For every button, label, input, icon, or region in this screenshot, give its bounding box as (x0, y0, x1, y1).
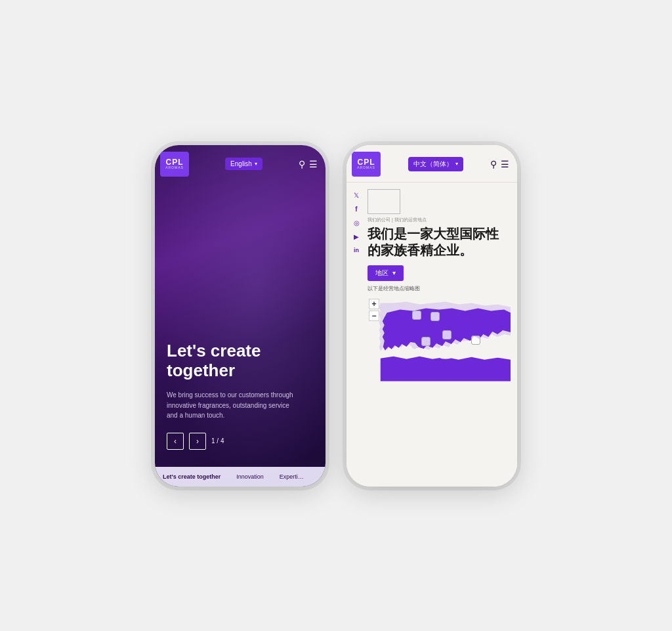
slide-count: 1 / 4 (211, 437, 224, 445)
region-dropdown[interactable]: 地区 ▾ (368, 265, 404, 281)
svg-point-4 (480, 339, 495, 348)
phone2-main-content: 我们的公司 | 我们的运营地点 我们是一家大型国际性的家族香精企业。 地区 ▾ … (366, 183, 517, 487)
page-title-zh: 我们是一家大型国际性的家族香精企业。 (368, 226, 511, 259)
header-icons-right: ⚲ ☰ (490, 159, 509, 169)
next-button[interactable]: › (189, 433, 206, 450)
map-svg (368, 296, 511, 381)
phone-left: CPL AROMAS English ▾ ⚲ ☰ Let's create to… (155, 145, 326, 487)
menu-icon-right[interactable]: ☰ (501, 159, 509, 169)
phone1-footer: Let's create together Innovation Experti… (155, 467, 326, 487)
slider-controls: ‹ › 1 / 4 (167, 433, 314, 450)
map-container: + − (368, 296, 511, 381)
prev-button[interactable]: ‹ (167, 433, 184, 450)
lang-label-left: English (230, 160, 252, 167)
facebook-icon[interactable]: f (355, 206, 357, 213)
logo-bottom-right: AROMAS (357, 166, 375, 169)
language-button-right[interactable]: 中文（简体） ▾ (408, 157, 463, 171)
hero-description: We bring success to our customers throug… (167, 390, 298, 421)
region-label: 地区 (375, 269, 388, 278)
youtube-icon[interactable]: ▶ (354, 233, 359, 240)
logo-bottom-left: AROMAS (165, 166, 184, 169)
hero-title: Let's create together (167, 341, 314, 381)
footer-tab-2[interactable]: Experti… (272, 467, 312, 487)
phone1-header: CPL AROMAS English ▾ ⚲ ☰ (155, 145, 326, 182)
scene: CPL AROMAS English ▾ ⚲ ☰ Let's create to… (129, 119, 543, 513)
map-caption: 以下是经营地点缩略图 (368, 285, 511, 292)
svg-point-2 (436, 348, 455, 359)
breadcrumb-image (368, 189, 400, 214)
map-pin-4[interactable] (421, 337, 430, 346)
svg-point-3 (413, 347, 426, 355)
map-pin-1[interactable] (412, 311, 421, 320)
menu-icon-left[interactable]: ☰ (309, 159, 318, 169)
phone2-body: 𝕏 f ◎ ▶ in 我们的公司 | 我们的运营地点 我们是一家大型国际性的家族… (346, 183, 517, 487)
phone2-header: CPL AROMAS 中文（简体） ▾ ⚲ ☰ (346, 145, 517, 183)
chevron-down-icon-left: ▾ (255, 161, 257, 167)
footer-tab-0[interactable]: Let's create together (155, 467, 228, 487)
language-button-left[interactable]: English ▾ (225, 158, 262, 170)
phone-right: CPL AROMAS 中文（简体） ▾ ⚲ ☰ 𝕏 f ◎ (346, 145, 517, 487)
zoom-in-button[interactable]: + (369, 299, 379, 309)
lang-label-right: 中文（简体） (413, 160, 453, 169)
social-sidebar: 𝕏 f ◎ ▶ in (346, 183, 366, 487)
instagram-icon[interactable]: ◎ (354, 219, 360, 227)
search-icon-right[interactable]: ⚲ (490, 159, 497, 169)
map-pin-3[interactable] (442, 330, 452, 339)
map-pin-2[interactable] (430, 312, 440, 321)
twitter-icon[interactable]: 𝕏 (354, 192, 359, 199)
chevron-down-icon-right: ▾ (455, 161, 458, 167)
search-icon-left[interactable]: ⚲ (299, 159, 305, 169)
header-icons-left: ⚲ ☰ (299, 159, 318, 169)
breadcrumb-text: 我们的公司 | 我们的运营地点 (368, 217, 511, 223)
zoom-out-button[interactable]: − (369, 311, 379, 321)
linkedin-icon[interactable]: in (354, 247, 359, 253)
logo-left: CPL AROMAS (160, 152, 189, 177)
footer-tab-1[interactable]: Innovation (228, 467, 272, 487)
map-zoom-controls: + − (369, 299, 379, 321)
chevron-down-icon-region: ▾ (392, 269, 396, 276)
map-pin-5[interactable] (471, 336, 480, 345)
phone1-content: Let's create together We bring success t… (155, 182, 326, 467)
logo-right: CPL AROMAS (352, 152, 381, 177)
